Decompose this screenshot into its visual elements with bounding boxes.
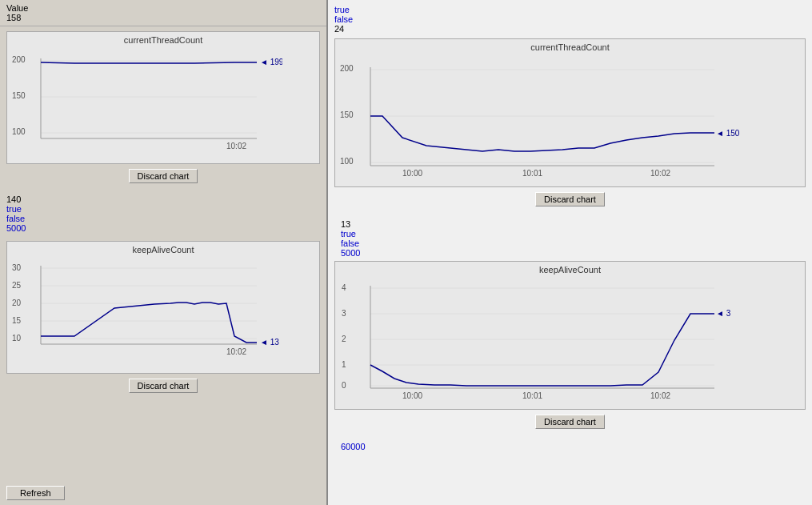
left-chart2-y20: 20 — [12, 299, 22, 307]
right-chart1-x3: 10:02 — [650, 169, 670, 178]
right-chart2-container: keepAliveCount 4 3 2 1 0 — [334, 261, 806, 410]
left-chart2-area: 30 25 20 15 10 10: — [10, 256, 316, 370]
right-top-val3: 24 — [334, 24, 806, 34]
right-chart1-y100: 100 — [340, 157, 354, 166]
left-stat1-val1: 140 — [6, 194, 320, 204]
right-stat1-val4[interactable]: 5000 — [341, 248, 799, 258]
right-chart2-svg: 4 3 2 1 0 10:00 — [338, 276, 746, 404]
right-stat1-val3[interactable]: false — [341, 238, 799, 248]
right-top-val2[interactable]: false — [334, 14, 806, 24]
right-discard-chart2-row: Discard chart — [334, 411, 806, 432]
left-stat1-val3[interactable]: false — [6, 214, 320, 223]
right-chart2-y0: 0 — [342, 381, 346, 390]
right-chart2-cur-val: ◄ 3 — [716, 309, 731, 318]
right-discard-chart2-button[interactable]: Discard chart — [535, 415, 605, 429]
right-chart2-area: 4 3 2 1 0 10:00 — [338, 276, 802, 406]
left-chart1-x-label: 10:02 — [226, 142, 246, 150]
left-header: Value 158 — [0, 0, 326, 26]
right-top-val1[interactable]: true — [334, 5, 806, 14]
left-chart1-y150: 150 — [12, 91, 26, 100]
left-chart1-title: currentThreadCount — [10, 35, 316, 45]
right-panel: true false 24 currentThreadCount 200 150… — [328, 0, 812, 505]
right-chart2-x2: 10:01 — [522, 391, 542, 400]
column-label: Value — [6, 3, 28, 13]
right-discard-chart1-row: Discard chart — [334, 189, 806, 210]
refresh-button[interactable]: Refresh — [6, 486, 65, 500]
right-bottom-val1[interactable]: 60000 — [341, 442, 799, 451]
left-chart2-y30: 30 — [12, 263, 22, 272]
left-discard-chart2-button[interactable]: Discard chart — [129, 379, 198, 393]
left-chart2-x-label: 10:02 — [226, 347, 246, 356]
left-chart2-title: keepAliveCount — [10, 245, 316, 255]
header-value: 158 — [6, 13, 21, 22]
right-chart2-y3: 3 — [342, 309, 346, 318]
right-chart1-cur-val: ◄ 150 — [716, 129, 740, 138]
right-chart1-area: 200 150 100 10:00 10:01 10:02 — [338, 54, 802, 183]
left-chart1-section: currentThreadCount 200 150 100 — [0, 26, 326, 191]
right-chart1-svg: 200 150 100 10:00 10:01 10:02 — [338, 54, 746, 182]
right-chart2-y1: 1 — [342, 360, 346, 369]
right-chart1-block: currentThreadCount 200 150 100 — [334, 38, 806, 210]
left-chart1-svg: 200 150 100 10:02 ◄ 199 — [10, 46, 282, 158]
left-stat1-val4[interactable]: 5000 — [6, 223, 320, 233]
right-stats1: 13 true false 5000 — [334, 216, 806, 261]
left-chart2-y15: 15 — [12, 316, 22, 325]
right-chart1-x2: 10:01 — [522, 169, 542, 178]
right-bottom-stats: 60000 — [334, 439, 806, 455]
left-chart2-cur-val: ◄ 13 — [260, 338, 279, 347]
right-chart1-y200: 200 — [340, 64, 354, 73]
left-discard-chart1-row: Discard chart — [6, 166, 320, 186]
right-chart2-y2: 2 — [342, 335, 346, 343]
left-chart1-y200: 200 — [12, 55, 26, 64]
right-chart2-x1: 10:00 — [402, 391, 422, 400]
right-chart2-block: keepAliveCount 4 3 2 1 0 — [334, 261, 806, 432]
right-chart2-y4: 4 — [342, 283, 346, 292]
right-chart1-x1: 10:00 — [402, 169, 422, 178]
right-chart1-title: currentThreadCount — [338, 42, 802, 52]
right-chart2-x3: 10:02 — [650, 391, 670, 400]
left-chart2-y25: 25 — [12, 281, 22, 290]
left-discard-chart2-row: Discard chart — [6, 375, 320, 396]
left-panel: Value 158 currentThreadCount 200 150 100 — [0, 0, 328, 505]
left-discard-chart1-button[interactable]: Discard chart — [129, 169, 198, 183]
right-discard-chart1-button[interactable]: Discard chart — [535, 192, 605, 206]
right-chart1-y150: 150 — [340, 110, 354, 119]
right-stat1-val2[interactable]: true — [341, 229, 799, 238]
refresh-btn-row: Refresh — [0, 481, 326, 505]
right-top-stats: true false 24 — [334, 5, 806, 34]
left-stats1: 140 true false 5000 — [0, 191, 326, 236]
left-chart1-y100: 100 — [12, 127, 26, 136]
left-chart2-svg: 30 25 20 15 10 10: — [10, 256, 282, 368]
right-chart2-title: keepAliveCount — [338, 265, 802, 275]
left-chart1-container: currentThreadCount 200 150 100 — [6, 31, 320, 164]
right-chart1-container: currentThreadCount 200 150 100 — [334, 38, 806, 187]
left-stat1-val2[interactable]: true — [6, 204, 320, 214]
left-chart2-y10: 10 — [12, 334, 22, 343]
left-chart1-area: 200 150 100 10:02 ◄ 199 — [10, 46, 316, 160]
left-chart2-container: keepAliveCount 30 25 20 15 10 — [6, 241, 320, 374]
left-chart1-cur-val: ◄ 199 — [260, 58, 282, 66]
left-chart2-section: keepAliveCount 30 25 20 15 10 — [0, 236, 326, 401]
right-stat1-val1: 13 — [341, 219, 799, 229]
